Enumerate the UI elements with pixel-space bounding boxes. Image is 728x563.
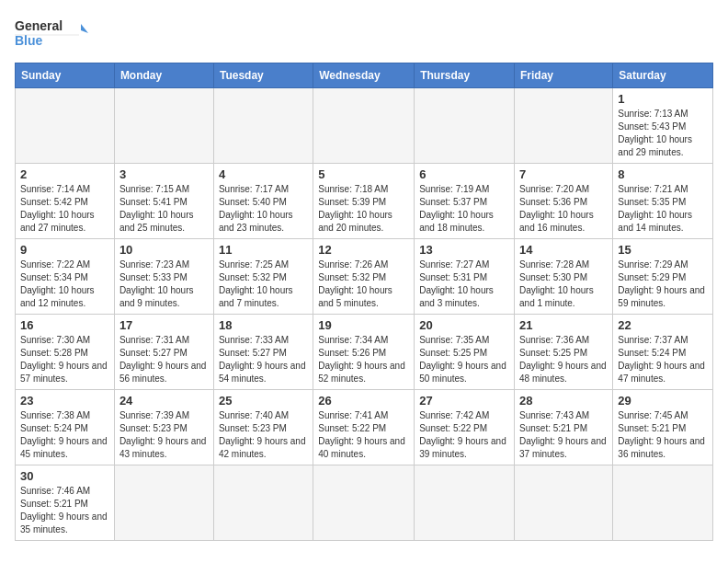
day-number: 3 [119, 167, 209, 181]
calendar-cell: 21Sunrise: 7:36 AM Sunset: 5:25 PM Dayli… [515, 315, 613, 390]
day-info: Sunrise: 7:18 AM Sunset: 5:39 PM Dayligh… [318, 183, 409, 235]
day-number: 2 [20, 167, 109, 181]
day-number: 9 [20, 243, 109, 257]
calendar-cell: 5Sunrise: 7:18 AM Sunset: 5:39 PM Daylig… [313, 164, 415, 239]
day-info: Sunrise: 7:27 AM Sunset: 5:31 PM Dayligh… [419, 259, 509, 310]
day-number: 8 [618, 167, 708, 181]
calendar-week-6: 30Sunrise: 7:46 AM Sunset: 5:21 PM Dayli… [16, 465, 713, 541]
calendar-cell [114, 465, 213, 541]
calendar-cell: 16Sunrise: 7:30 AM Sunset: 5:28 PM Dayli… [16, 315, 115, 390]
calendar-cell: 22Sunrise: 7:37 AM Sunset: 5:24 PM Dayli… [613, 315, 713, 390]
calendar-cell: 23Sunrise: 7:38 AM Sunset: 5:24 PM Dayli… [16, 390, 115, 465]
day-number: 24 [119, 394, 209, 408]
day-info: Sunrise: 7:29 AM Sunset: 5:29 PM Dayligh… [618, 259, 708, 310]
day-number: 14 [519, 243, 608, 257]
day-info: Sunrise: 7:19 AM Sunset: 5:37 PM Dayligh… [419, 183, 509, 235]
calendar-cell [415, 465, 515, 541]
day-info: Sunrise: 7:46 AM Sunset: 5:21 PM Dayligh… [20, 485, 109, 536]
day-number: 18 [219, 318, 308, 332]
calendar-cell: 7Sunrise: 7:20 AM Sunset: 5:36 PM Daylig… [515, 164, 613, 239]
calendar-cell: 26Sunrise: 7:41 AM Sunset: 5:22 PM Dayli… [313, 390, 415, 465]
day-number: 4 [219, 167, 308, 181]
weekday-header-tuesday: Tuesday [213, 63, 313, 88]
calendar-cell: 17Sunrise: 7:31 AM Sunset: 5:27 PM Dayli… [114, 315, 213, 390]
day-info: Sunrise: 7:34 AM Sunset: 5:26 PM Dayligh… [318, 334, 409, 385]
calendar-cell: 18Sunrise: 7:33 AM Sunset: 5:27 PM Dayli… [213, 315, 313, 390]
calendar-cell: 13Sunrise: 7:27 AM Sunset: 5:31 PM Dayli… [415, 239, 515, 315]
day-number: 11 [219, 243, 308, 257]
day-number: 19 [318, 318, 409, 332]
day-number: 15 [618, 243, 708, 257]
calendar-week-3: 9Sunrise: 7:22 AM Sunset: 5:34 PM Daylig… [16, 239, 713, 315]
day-info: Sunrise: 7:30 AM Sunset: 5:28 PM Dayligh… [20, 334, 109, 385]
calendar-week-5: 23Sunrise: 7:38 AM Sunset: 5:24 PM Dayli… [16, 390, 713, 465]
calendar-cell: 24Sunrise: 7:39 AM Sunset: 5:23 PM Dayli… [114, 390, 213, 465]
day-number: 6 [419, 167, 509, 181]
day-info: Sunrise: 7:36 AM Sunset: 5:25 PM Dayligh… [519, 334, 608, 385]
day-number: 12 [318, 243, 409, 257]
day-info: Sunrise: 7:31 AM Sunset: 5:27 PM Dayligh… [119, 334, 209, 385]
day-info: Sunrise: 7:13 AM Sunset: 5:43 PM Dayligh… [618, 108, 708, 159]
weekday-header-wednesday: Wednesday [313, 63, 415, 88]
calendar-cell [114, 88, 213, 164]
day-number: 17 [119, 318, 209, 332]
calendar-cell [213, 88, 313, 164]
calendar-cell: 28Sunrise: 7:43 AM Sunset: 5:21 PM Dayli… [515, 390, 613, 465]
day-number: 20 [419, 318, 509, 332]
calendar-cell: 27Sunrise: 7:42 AM Sunset: 5:22 PM Dayli… [415, 390, 515, 465]
calendar-cell: 19Sunrise: 7:34 AM Sunset: 5:26 PM Dayli… [313, 315, 415, 390]
day-info: Sunrise: 7:14 AM Sunset: 5:42 PM Dayligh… [20, 183, 109, 235]
day-number: 16 [20, 318, 109, 332]
day-info: Sunrise: 7:17 AM Sunset: 5:40 PM Dayligh… [219, 183, 308, 235]
page-header: General Blue [15, 15, 713, 52]
weekday-header-row: SundayMondayTuesdayWednesdayThursdayFrid… [16, 63, 713, 88]
weekday-header-monday: Monday [114, 63, 213, 88]
day-number: 21 [519, 318, 608, 332]
weekday-header-thursday: Thursday [415, 63, 515, 88]
calendar-cell: 10Sunrise: 7:23 AM Sunset: 5:33 PM Dayli… [114, 239, 213, 315]
day-number: 7 [519, 167, 608, 181]
day-info: Sunrise: 7:23 AM Sunset: 5:33 PM Dayligh… [119, 259, 209, 310]
calendar-cell: 14Sunrise: 7:28 AM Sunset: 5:30 PM Dayli… [515, 239, 613, 315]
calendar-cell [415, 88, 515, 164]
day-info: Sunrise: 7:45 AM Sunset: 5:21 PM Dayligh… [618, 409, 708, 461]
calendar-week-4: 16Sunrise: 7:30 AM Sunset: 5:28 PM Dayli… [16, 315, 713, 390]
calendar-cell: 30Sunrise: 7:46 AM Sunset: 5:21 PM Dayli… [16, 465, 115, 541]
day-number: 25 [219, 394, 308, 408]
day-info: Sunrise: 7:22 AM Sunset: 5:34 PM Dayligh… [20, 259, 109, 310]
calendar-cell [613, 465, 713, 541]
calendar-cell [515, 88, 613, 164]
calendar-cell: 4Sunrise: 7:17 AM Sunset: 5:40 PM Daylig… [213, 164, 313, 239]
day-info: Sunrise: 7:21 AM Sunset: 5:35 PM Dayligh… [618, 183, 708, 235]
calendar-table: SundayMondayTuesdayWednesdayThursdayFrid… [15, 63, 713, 541]
day-number: 1 [618, 92, 708, 106]
calendar-week-1: 1Sunrise: 7:13 AM Sunset: 5:43 PM Daylig… [16, 88, 713, 164]
day-info: Sunrise: 7:28 AM Sunset: 5:30 PM Dayligh… [519, 259, 608, 310]
day-info: Sunrise: 7:43 AM Sunset: 5:21 PM Dayligh… [519, 409, 608, 461]
day-info: Sunrise: 7:15 AM Sunset: 5:41 PM Dayligh… [119, 183, 209, 235]
day-info: Sunrise: 7:33 AM Sunset: 5:27 PM Dayligh… [219, 334, 308, 385]
logo: General Blue [15, 15, 88, 52]
day-number: 22 [618, 318, 708, 332]
calendar-cell [313, 465, 415, 541]
day-info: Sunrise: 7:37 AM Sunset: 5:24 PM Dayligh… [618, 334, 708, 385]
day-info: Sunrise: 7:39 AM Sunset: 5:23 PM Dayligh… [119, 409, 209, 461]
day-info: Sunrise: 7:35 AM Sunset: 5:25 PM Dayligh… [419, 334, 509, 385]
day-number: 26 [318, 394, 409, 408]
calendar-cell [313, 88, 415, 164]
calendar-cell: 11Sunrise: 7:25 AM Sunset: 5:32 PM Dayli… [213, 239, 313, 315]
calendar-cell: 12Sunrise: 7:26 AM Sunset: 5:32 PM Dayli… [313, 239, 415, 315]
calendar-cell: 20Sunrise: 7:35 AM Sunset: 5:25 PM Dayli… [415, 315, 515, 390]
svg-text:Blue: Blue [15, 33, 43, 48]
calendar-week-2: 2Sunrise: 7:14 AM Sunset: 5:42 PM Daylig… [16, 164, 713, 239]
day-info: Sunrise: 7:42 AM Sunset: 5:22 PM Dayligh… [419, 409, 509, 461]
svg-text:General: General [15, 18, 63, 33]
calendar-cell: 25Sunrise: 7:40 AM Sunset: 5:23 PM Dayli… [213, 390, 313, 465]
day-info: Sunrise: 7:41 AM Sunset: 5:22 PM Dayligh… [318, 409, 409, 461]
day-number: 13 [419, 243, 509, 257]
day-number: 23 [20, 394, 109, 408]
calendar-cell [515, 465, 613, 541]
weekday-header-sunday: Sunday [16, 63, 115, 88]
calendar-cell: 29Sunrise: 7:45 AM Sunset: 5:21 PM Dayli… [613, 390, 713, 465]
day-info: Sunrise: 7:38 AM Sunset: 5:24 PM Dayligh… [20, 409, 109, 461]
